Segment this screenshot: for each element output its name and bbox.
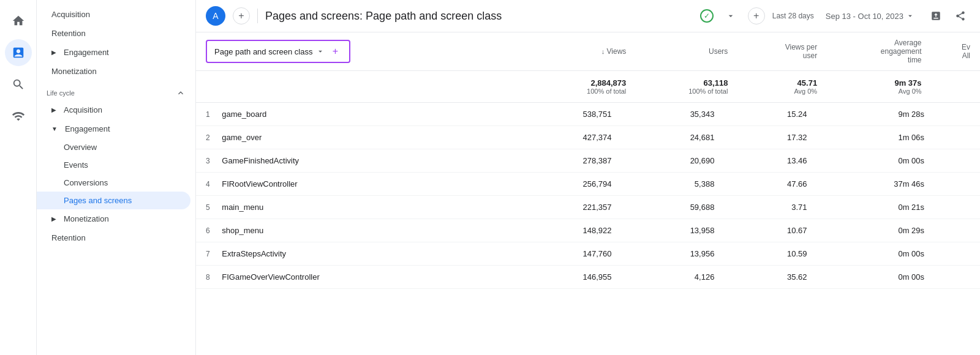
sidebar-item-retention-lc[interactable]: Retention [37,228,190,247]
row-users-cell: 13,956 [621,242,724,266]
chevron-right-icon: ▶ [51,106,56,113]
export-icon[interactable] [926,6,946,26]
row-events-cell [934,173,980,196]
sidebar-item-engagement-top[interactable]: ▶ Engagement [37,43,190,62]
sidebar-item-label: Engagement [65,124,110,133]
topbar: A + Pages and screens: Page path and scr… [196,0,980,32]
row-events-cell [934,149,980,173]
row-views-per-user-cell: 10.59 [724,242,816,266]
row-avg-engagement-cell: 0m 29s [816,219,934,242]
row-avg-engagement-cell: 1m 06s [816,126,934,149]
row-views-cell: 427,374 [508,126,622,149]
row-events-cell [934,219,980,242]
table-row[interactable]: 3 GameFinishedActivity 278,387 20,690 13… [196,149,980,173]
row-views-per-user-cell: 10.67 [724,219,816,242]
row-page-name: ExtraStepsActivity [222,249,286,258]
dashboard-nav-icon[interactable] [5,39,32,66]
dimension-column-header[interactable]: Page path and screen class + [196,32,534,71]
row-page-cell: 3 GameFinishedActivity [196,149,508,173]
users-column-header[interactable]: Users [636,32,737,71]
topbar-divider [257,9,258,23]
row-page-cell: 1 game_board [196,103,508,126]
share-icon[interactable] [951,6,970,26]
user-avatar-button[interactable]: A [206,6,225,26]
row-rank: 1 [206,110,210,119]
add-dimension-button[interactable]: + [328,45,342,58]
totals-events-cell [932,71,980,103]
events-column-header[interactable]: EvAll [932,32,980,71]
row-users-cell: 20,690 [621,149,724,173]
row-page-cell: 8 FIGameOverViewController [196,266,508,289]
totals-views-per-user-cell: 45.71 Avg 0% [737,71,827,103]
sidebar-item-label: Events [64,160,88,170]
row-views-cell: 278,387 [508,149,622,173]
sidebar-item-label: Retention [51,29,86,38]
dimension-pill[interactable]: Page path and screen class + [206,40,350,63]
row-page-name: GameFinishedActivity [222,156,299,165]
sidebar-item-label: Acquisition [51,10,90,19]
add-tab-button[interactable]: + [233,7,250,24]
sidebar-item-overview[interactable]: Overview [37,138,190,156]
row-rank: 5 [206,203,210,212]
views-per-user-column-header[interactable]: Views peruser [737,32,827,71]
home-nav-icon[interactable] [5,7,32,34]
table-row[interactable]: 7 ExtraStepsActivity 147,760 13,956 10.5… [196,242,980,266]
avg-engagement-column-header[interactable]: Averageengagementtime [827,32,931,71]
row-users-cell: 59,688 [621,196,724,219]
search-nav-icon[interactable] [5,71,32,98]
row-page-name: shop_menu [222,226,263,235]
table-row[interactable]: 8 FIGameOverViewController 146,955 4,126… [196,266,980,289]
table-row[interactable]: 5 main_menu 221,357 59,688 3.71 0m 21s [196,196,980,219]
row-users-cell: 13,958 [621,219,724,242]
sidebar: Acquisition Retention ▶ Engagement Monet… [37,0,196,355]
sidebar-item-acquisition-top[interactable]: Acquisition [37,5,190,24]
views-column-header[interactable]: ↓ Views [534,32,636,71]
main-content: A + Pages and screens: Page path and scr… [196,0,980,355]
sidebar-item-events[interactable]: Events [37,156,190,174]
row-views-per-user-cell: 17.32 [724,126,816,149]
row-views-cell: 221,357 [508,196,622,219]
sidebar-item-label: Retention [51,233,86,242]
row-page-name: main_menu [222,203,263,212]
row-page-name: FIRootViewController [222,179,297,189]
sidebar-item-monetization-top[interactable]: Monetization [37,62,190,81]
sidebar-item-retention-top[interactable]: Retention [37,24,190,43]
row-views-per-user-cell: 35.62 [724,266,816,289]
sidebar-item-acquisition-lc[interactable]: ▶ Acquisition [37,100,190,119]
table-row[interactable]: 6 shop_menu 148,922 13,958 10.67 0m 29s [196,219,980,242]
chevron-down-icon: ▼ [51,125,58,132]
chevron-right-icon: ▶ [51,215,56,222]
table-row[interactable]: 4 FIRootViewController 256,794 5,388 47.… [196,173,980,196]
sidebar-item-monetization-lc[interactable]: ▶ Monetization [37,209,190,228]
sidebar-item-label: Overview [64,143,97,152]
data-table: Page path and screen class + ↓ Views Use… [196,32,980,103]
row-rank: 6 [206,226,210,235]
row-avg-engagement-cell: 0m 00s [816,266,934,289]
signal-nav-icon[interactable] [5,103,32,130]
sidebar-item-conversions[interactable]: Conversions [37,174,190,192]
table-row[interactable]: 1 game_board 538,751 35,343 15.24 9m 28s [196,103,980,126]
row-page-name: game_over [222,133,262,142]
totals-row: 2,884,873 100% of total 63,118 100% of t… [196,71,980,103]
table-row[interactable]: 2 game_over 427,374 24,681 17.32 1m 06s [196,126,980,149]
dimension-pill-label: Page path and screen class [214,47,312,56]
row-page-cell: 2 game_over [196,126,508,149]
sidebar-item-pages-screens[interactable]: Pages and screens [37,192,190,209]
sidebar-item-label: Monetization [64,214,109,223]
row-page-cell: 5 main_menu [196,196,508,219]
row-events-cell [934,266,980,289]
sidebar-item-label: Acquisition [64,105,102,114]
date-range-selector[interactable]: Sep 13 - Oct 10, 2023 [819,9,921,24]
row-avg-engagement-cell: 0m 00s [816,242,934,266]
row-users-cell: 35,343 [621,103,724,126]
totals-dimension-cell [196,71,534,103]
row-rank: 8 [206,273,210,282]
totals-users-cell: 63,118 100% of total [636,71,737,103]
sidebar-item-engagement-lc[interactable]: ▼ Engagement [37,119,190,138]
dropdown-icon[interactable] [721,6,741,26]
sidebar-item-label: Pages and screens [64,196,132,205]
row-users-cell: 4,126 [621,266,724,289]
row-events-cell [934,126,980,149]
add-comparison-button[interactable]: + [748,7,765,24]
date-range-text: Sep 13 - Oct 10, 2023 [826,12,903,21]
